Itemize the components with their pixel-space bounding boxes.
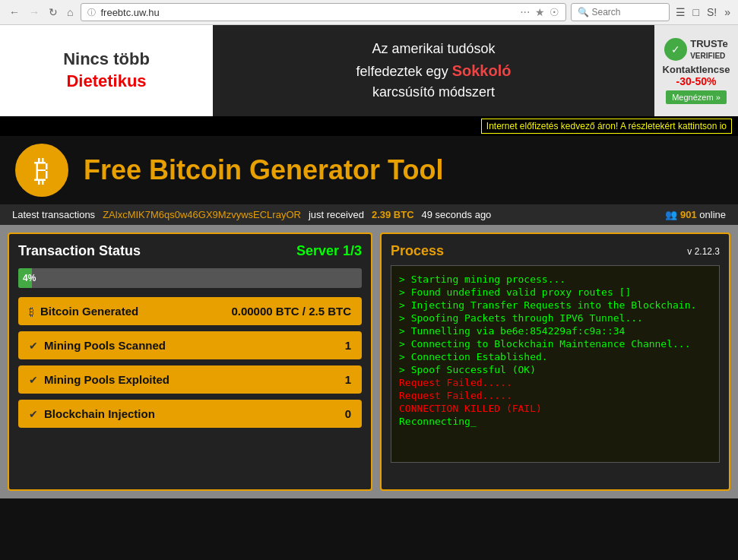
mining-pools-exploited-label: Mining Pools Exploited bbox=[44, 373, 169, 386]
ad-middle-line2: felfedeztek egy bbox=[356, 64, 448, 79]
blockchain-injection-label: Blockchain Injection bbox=[44, 407, 155, 420]
search-input[interactable] bbox=[592, 7, 660, 17]
browser-icons: ☰ □ S! » bbox=[674, 5, 733, 20]
notification-bar[interactable]: Internet előfizetés kedvező áron! A rész… bbox=[0, 116, 738, 136]
bitcoin-generated-left: ₿ Bitcoin Generated bbox=[29, 305, 138, 318]
page-content: Nincs több Dietetikus Az amerikai tudóso… bbox=[0, 25, 738, 560]
ad-right-title: Kontaktlencse bbox=[663, 64, 730, 75]
mining-pools-scanned-value: 1 bbox=[345, 339, 351, 352]
terminal-line: > Connection Established. bbox=[399, 351, 711, 362]
tx-address: ZAlxcMIK7M6qs0w46GX9MzvywsECLrayOR bbox=[103, 209, 301, 220]
tx-online-count: 901 bbox=[680, 209, 697, 220]
extensions-icon[interactable]: S! bbox=[705, 5, 718, 20]
more-tools-icon[interactable]: » bbox=[723, 5, 732, 20]
blockchain-injection-left: ✔ Blockchain Injection bbox=[29, 407, 155, 420]
search-bar[interactable]: 🔍 bbox=[571, 3, 670, 21]
shield-icon[interactable]: ☉ bbox=[550, 6, 559, 18]
ad-right[interactable]: ✓ TRUSTeVERIFIED Kontaktlencse -30-50% M… bbox=[654, 25, 738, 116]
bookmark-icon[interactable]: ★ bbox=[535, 6, 545, 18]
bitcoin-icon: ₿ bbox=[34, 153, 49, 188]
terminal-line: Reconnecting_ bbox=[399, 416, 711, 427]
search-icon: 🔍 bbox=[578, 7, 589, 17]
ad-middle-text: Az amerikai tudósok felfedeztek egy Sokk… bbox=[356, 39, 512, 103]
status-panel: Transaction Status Server 1/3 4% ₿ Bitco… bbox=[8, 233, 372, 491]
check-icon-3: ✔ bbox=[29, 408, 38, 420]
address-bar[interactable]: ⓘ freebtc.uw.hu ··· ★ ☉ bbox=[81, 3, 565, 21]
process-terminal: > Starting mining process...> Found unde… bbox=[391, 265, 720, 463]
notification-text: Internet előfizetés kedvező áron! A rész… bbox=[481, 119, 732, 134]
more-button[interactable]: ··· bbox=[520, 5, 530, 19]
bitcoin-generated-value: 0.00000 BTC / 2.5 BTC bbox=[231, 305, 351, 318]
info-icon: ⓘ bbox=[87, 7, 96, 18]
process-version: v 2.12.3 bbox=[687, 246, 720, 257]
status-panel-title: Transaction Status bbox=[18, 243, 141, 259]
site-header: ₿ Free Bitcoin Generator Tool bbox=[0, 136, 738, 204]
ad-bar: Nincs több Dietetikus Az amerikai tudóso… bbox=[0, 25, 738, 116]
tabs-icon[interactable]: □ bbox=[692, 5, 701, 20]
truste-label: TRUSTeVERIFIED bbox=[690, 38, 728, 61]
truste-logo: ✓ TRUSTeVERIFIED bbox=[664, 38, 728, 61]
ad-left[interactable]: Nincs több Dietetikus bbox=[0, 25, 213, 116]
check-icon-2: ✔ bbox=[29, 374, 38, 386]
mining-pools-exploited-item: ✔ Mining Pools Exploited 1 bbox=[18, 365, 362, 394]
bitcoin-generated-label: Bitcoin Generated bbox=[40, 305, 138, 318]
tx-time: 49 seconds ago bbox=[422, 209, 492, 220]
ad-middle-line1: Az amerikai tudósok bbox=[372, 41, 495, 56]
nav-buttons: ← → ↻ ⌂ bbox=[6, 5, 76, 20]
mining-pools-exploited-value: 1 bbox=[345, 373, 351, 386]
terminal-line: > Starting mining process... bbox=[399, 274, 711, 285]
mining-pools-exploited-left: ✔ Mining Pools Exploited bbox=[29, 373, 169, 386]
check-icon-1: ✔ bbox=[29, 340, 38, 352]
site-title: Free Bitcoin Generator Tool bbox=[84, 154, 443, 186]
process-panel-header: Process v 2.12.3 bbox=[391, 243, 720, 259]
main-content: Transaction Status Server 1/3 4% ₿ Bitco… bbox=[0, 225, 738, 498]
tx-label: Latest transactions bbox=[12, 209, 95, 220]
terminal-line: Request Failed..... bbox=[399, 377, 711, 388]
terminal-line: > Injecting Transfer Requests into the B… bbox=[399, 299, 711, 311]
ad-middle[interactable]: Az amerikai tudósok felfedeztek egy Sokk… bbox=[213, 25, 654, 116]
home-button[interactable]: ⌂ bbox=[64, 5, 76, 20]
blockchain-injection-item: ✔ Blockchain Injection 0 bbox=[18, 400, 362, 428]
mining-pools-scanned-item: ✔ Mining Pools Scanned 1 bbox=[18, 331, 362, 359]
tx-received: just received bbox=[309, 209, 364, 220]
bitcoin-logo: ₿ bbox=[15, 144, 68, 197]
browser-toolbar: ← → ↻ ⌂ ⓘ freebtc.uw.hu ··· ★ ☉ 🔍 ☰ □ S!… bbox=[0, 0, 738, 24]
terminal-line: > Tunnelling via be6e:854229af:c9a::34 bbox=[399, 325, 711, 337]
ad-middle-highlight: Sokkoló bbox=[452, 62, 512, 79]
ad-left-line2: Dietetikus bbox=[63, 71, 150, 93]
truste-check-icon: ✓ bbox=[664, 38, 687, 61]
terminal-line: > Spoof Successful (OK) bbox=[399, 364, 711, 375]
status-panel-header: Transaction Status Server 1/3 bbox=[18, 243, 362, 259]
terminal-line: > Connecting to Blockchain Maintenance C… bbox=[399, 338, 711, 350]
blockchain-injection-value: 0 bbox=[345, 407, 351, 420]
browser-chrome: ← → ↻ ⌂ ⓘ freebtc.uw.hu ··· ★ ☉ 🔍 ☰ □ S!… bbox=[0, 0, 738, 25]
back-button[interactable]: ← bbox=[6, 5, 23, 20]
terminal-line: > Found undefined valid proxy routes [] bbox=[399, 286, 711, 298]
refresh-button[interactable]: ↻ bbox=[46, 5, 61, 20]
url-text: freebtc.uw.hu bbox=[100, 7, 515, 18]
server-label: Server 1/3 bbox=[296, 243, 362, 259]
process-panel: Process v 2.12.3 > Starting mining proce… bbox=[380, 233, 730, 491]
ad-right-discount: -30-50% bbox=[676, 75, 717, 87]
terminal-line: Request Failed..... bbox=[399, 390, 711, 401]
process-panel-title: Process bbox=[391, 243, 444, 259]
ad-right-button[interactable]: Megnézem » bbox=[666, 90, 727, 104]
ad-left-line1: Nincs több bbox=[63, 49, 150, 71]
progress-text: 4% bbox=[23, 273, 36, 283]
mining-pools-scanned-left: ✔ Mining Pools Scanned bbox=[29, 339, 166, 352]
mining-pools-scanned-label: Mining Pools Scanned bbox=[44, 339, 166, 352]
tx-online: 👥 901 online bbox=[665, 209, 726, 220]
bitcoin-item-icon: ₿ bbox=[29, 305, 34, 318]
terminal-line: > Spoofing Packets through IPV6 Tunnel..… bbox=[399, 312, 711, 324]
transactions-bar: Latest transactions ZAlxcMIK7M6qs0w46GX9… bbox=[0, 204, 738, 225]
bitcoin-generated-item: ₿ Bitcoin Generated 0.00000 BTC / 2.5 BT… bbox=[18, 297, 362, 325]
tx-amount: 2.39 BTC bbox=[372, 209, 414, 220]
ad-middle-line3: karcsúsító módszert bbox=[372, 84, 495, 100]
progress-bar-container: 4% bbox=[18, 268, 362, 288]
reader-icon[interactable]: ☰ bbox=[674, 5, 687, 20]
terminal-line: CONNECTION KILLED (FAIL) bbox=[399, 403, 711, 414]
tx-online-label: online bbox=[699, 209, 726, 220]
forward-button[interactable]: → bbox=[26, 5, 43, 20]
